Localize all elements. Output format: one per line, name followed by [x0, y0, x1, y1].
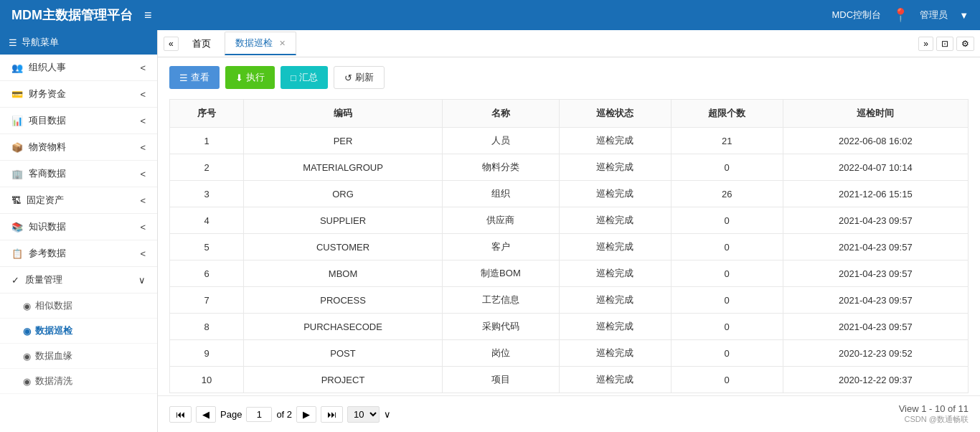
sidebar-item-asset-label: 固定资产 [27, 194, 64, 207]
sidebar-item-reference-label: 参考数据 [29, 247, 66, 260]
sidebar-item-reference[interactable]: 📋 参考数据 < [0, 240, 157, 267]
user-name: 管理员 [920, 9, 948, 22]
cell-seq: 9 [170, 340, 244, 367]
cell-time: 2022-06-08 16:02 [783, 128, 968, 154]
cell-time: 2021-04-23 09:57 [783, 234, 968, 260]
table-row[interactable]: 10 PROJECT 项目 巡检完成 0 2020-12-22 09:37 [170, 367, 969, 393]
page-number-input[interactable] [246, 407, 272, 422]
cell-name: 物料分类 [442, 154, 559, 181]
page-prev-btn[interactable]: ◀ [196, 406, 216, 423]
cell-code: PROJECT [244, 367, 443, 393]
page-first-btn[interactable]: ⏮ [169, 406, 192, 423]
col-status: 巡检状态 [560, 100, 672, 128]
sidebar-sub-patrol[interactable]: ◉ 数据巡检 [0, 319, 157, 344]
table-row[interactable]: 7 PROCESS 工艺信息 巡检完成 0 2021-04-23 09:57 [170, 287, 969, 314]
asset-icon: 🏗 [11, 195, 21, 206]
tab-prev-btn[interactable]: « [164, 37, 179, 51]
menu-toggle-icon[interactable]: ≡ [144, 8, 152, 23]
reference-icon: 📋 [11, 248, 23, 259]
tab-restore-btn[interactable]: ⊡ [936, 37, 953, 51]
page-last-btn[interactable]: ⏭ [321, 406, 343, 423]
view-icon: ☰ [179, 72, 188, 83]
table-row[interactable]: 8 PURCHASECODE 采购代码 巡检完成 0 2021-04-23 09… [170, 314, 969, 340]
main-content: « 首页 数据巡检 ✕ » ⊡ ⚙ ☰ 查看 [158, 30, 980, 432]
cell-name: 人员 [442, 128, 559, 154]
cell-count: 0 [671, 367, 783, 393]
sidebar-item-org-label: 组织人事 [29, 61, 66, 74]
data-table: 序号 编码 名称 巡检状态 超限个数 巡检时间 1 PER 人员 巡检完成 21… [169, 99, 969, 393]
cell-count: 26 [671, 181, 783, 207]
tab-home[interactable]: 首页 [182, 32, 222, 55]
tab-patrol[interactable]: 数据巡检 ✕ [225, 32, 297, 55]
pagination-bar: ⏮ ◀ Page of 2 ▶ ⏭ 10 20 50 ∨ View 1 - 10… [158, 395, 980, 432]
chevron-right-icon: < [140, 142, 146, 153]
table-row[interactable]: 2 MATERIALGROUP 物料分类 巡检完成 0 2022-04-07 1… [170, 154, 969, 181]
sidebar-item-knowledge[interactable]: 📚 知识数据 < [0, 214, 157, 240]
cell-code: MATERIALGROUP [244, 154, 443, 181]
col-name: 名称 [442, 100, 559, 128]
toolbar: ☰ 查看 ⬇ 执行 □ 汇总 ↺ 刷新 [169, 66, 969, 89]
cell-time: 2021-04-23 09:57 [783, 287, 968, 314]
table-row[interactable]: 6 MBOM 制造BOM 巡检完成 0 2021-04-23 09:57 [170, 260, 969, 287]
tab-home-label: 首页 [192, 38, 211, 49]
chevron-right-icon: < [140, 89, 146, 100]
cell-count: 0 [671, 340, 783, 367]
table-row[interactable]: 5 CUSTOMER 客户 巡检完成 0 2021-04-23 09:57 [170, 234, 969, 260]
cell-status: 巡检完成 [560, 287, 672, 314]
cell-seq: 5 [170, 234, 244, 260]
cell-status: 巡检完成 [560, 340, 672, 367]
col-count: 超限个数 [671, 100, 783, 128]
sidebar-item-knowledge-label: 知识数据 [29, 220, 66, 233]
cell-status: 巡检完成 [560, 207, 672, 234]
pagination-controls: ⏮ ◀ Page of 2 ▶ ⏭ 10 20 50 ∨ [169, 406, 391, 423]
sidebar-item-customer[interactable]: 🏢 客商数据 < [0, 161, 157, 187]
tab-settings-btn[interactable]: ⚙ [956, 37, 974, 51]
watermark: CSDN @数通畅联 [905, 414, 969, 425]
view-button[interactable]: ☰ 查看 [169, 66, 220, 89]
table-row[interactable]: 3 ORG 组织 巡检完成 26 2021-12-06 15:15 [170, 181, 969, 207]
sidebar-item-quality[interactable]: ✓ 质量管理 ∨ [0, 267, 157, 294]
cell-status: 巡检完成 [560, 260, 672, 287]
page-label: Page [220, 409, 242, 420]
mdc-console-link[interactable]: MDC控制台 [832, 9, 882, 22]
cell-status: 巡检完成 [560, 154, 672, 181]
cell-time: 2021-12-06 15:15 [783, 181, 968, 207]
sidebar-sub-clean-label: 数据清洗 [35, 375, 72, 388]
cell-code: ORG [244, 181, 443, 207]
sidebar-item-project[interactable]: 📊 项目数据 < [0, 108, 157, 134]
sidebar-sub-clean[interactable]: ◉ 数据清洗 [0, 369, 157, 394]
sidebar-item-finance[interactable]: 💳 财务资金 < [0, 81, 157, 108]
tab-next-btn[interactable]: » [918, 37, 933, 51]
sidebar-item-asset[interactable]: 🏗 固定资产 < [0, 187, 157, 214]
refresh-label: 刷新 [355, 71, 374, 84]
main-layout: ☰ 导航菜单 👥 组织人事 < 💳 财务资金 < 📊 项目数据 < [0, 30, 980, 432]
table-row[interactable]: 9 POST 岗位 巡检完成 0 2020-12-23 09:52 [170, 340, 969, 367]
table-row[interactable]: 4 SUPPLIER 供应商 巡检完成 0 2021-04-23 09:57 [170, 207, 969, 234]
tab-bar-right: » ⊡ ⚙ [918, 37, 974, 51]
refresh-button[interactable]: ↺ 刷新 [334, 66, 385, 89]
user-dropdown-icon[interactable]: ▼ [959, 10, 969, 21]
sidebar-item-material[interactable]: 📦 物资物料 < [0, 134, 157, 161]
page-next-btn[interactable]: ▶ [296, 406, 316, 423]
cell-time: 2022-04-07 10:14 [783, 154, 968, 181]
cell-seq: 3 [170, 181, 244, 207]
chevron-right-icon: < [140, 116, 146, 126]
execute-button[interactable]: ⬇ 执行 [225, 66, 275, 89]
chevron-down-icon: ∨ [138, 275, 146, 286]
table-row[interactable]: 1 PER 人员 巡检完成 21 2022-06-08 16:02 [170, 128, 969, 154]
cell-time: 2020-12-22 09:37 [783, 367, 968, 393]
cell-code: SUPPLIER [244, 207, 443, 234]
page-size-select[interactable]: 10 20 50 [347, 406, 380, 423]
sidebar-header-label: 导航菜单 [22, 36, 59, 49]
patrol-icon: ◉ [23, 326, 31, 337]
tab-close-icon[interactable]: ✕ [279, 39, 286, 47]
sidebar-item-org[interactable]: 👥 组织人事 < [0, 55, 157, 81]
summary-button[interactable]: □ 汇总 [281, 66, 328, 89]
table-header-row: 序号 编码 名称 巡检状态 超限个数 巡检时间 [170, 100, 969, 128]
sidebar-sub-lineage[interactable]: ◉ 数据血缘 [0, 344, 157, 369]
chevron-right-icon: < [140, 195, 146, 206]
quality-icon: ✓ [11, 275, 19, 286]
knowledge-icon: 📚 [11, 222, 23, 233]
sidebar-sub-similar[interactable]: ◉ 相似数据 [0, 294, 157, 319]
cell-status: 巡检完成 [560, 234, 672, 260]
